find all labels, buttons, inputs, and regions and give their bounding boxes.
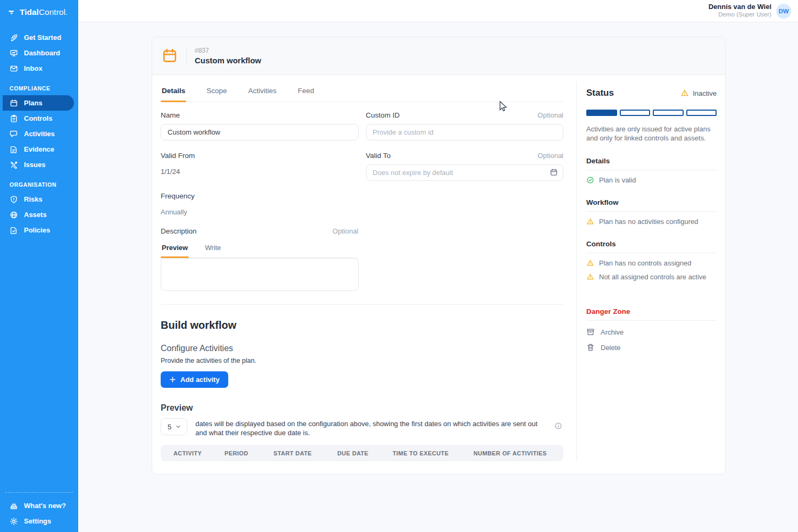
plan-id: #837 [195,47,261,54]
name-label: Name [161,111,180,119]
sidebar-item-policies[interactable]: Policies [0,222,78,238]
tab-scope[interactable]: Scope [205,81,228,102]
sidebar-nav-compliance: Plans Controls Activities [0,95,78,172]
sidebar-item-label: What's new? [24,502,66,510]
date-picker-calendar-icon[interactable] [550,168,558,177]
sidebar-section-organisation: ORGANISATION [0,172,78,192]
progress-segment [686,110,717,116]
warning-triangle-icon [586,218,594,226]
progress-segment [620,110,651,116]
sidebar-item-settings[interactable]: Settings [5,513,73,529]
sidebar-item-dashboard[interactable]: Dashboard [0,45,78,61]
cake-icon [10,502,18,510]
preview-description: dates will be displayed based on the con… [195,418,546,437]
status-panel: Status Inactive Activities are only issu… [576,81,717,461]
preview-section-title: Preview [161,403,563,413]
valid-from-value: 1/1/24 [161,164,359,176]
plan-card: #837 Custom workflow Details Scope Activ… [152,37,726,475]
description-label: Description [161,227,197,235]
plan-calendar-icon [161,47,178,64]
preview-table-header: ACTIVITY PERIOD START DATE DUE DATE TIME… [161,445,563,461]
valid-from-label: Valid From [161,152,195,160]
sidebar-item-evidence[interactable]: Evidence [0,142,78,157]
status-item-no-controls: Plan has no controls assigned [586,259,717,267]
sidebar-nav-organisation: Risks Assets Policies [0,192,78,238]
header-divider [186,46,187,65]
frequency-label: Frequency [161,192,195,200]
sidebar-item-controls[interactable]: Controls [0,111,78,126]
trash-icon [586,343,595,352]
tab-description-preview[interactable]: Preview [161,240,189,257]
document-icon [10,145,18,154]
topbar: Dennis van de Wiel Demo (Super User) DW [78,0,798,22]
status-item-plan-valid: Plan is valid [586,176,717,184]
sidebar-item-get-started[interactable]: Get Started [0,30,78,45]
plan-title: Custom workflow [195,56,261,65]
progress-segment-filled [586,110,617,116]
optional-label: Optional [538,152,563,160]
sidebar-item-label: Dashboard [24,49,60,57]
tab-description-write[interactable]: Write [204,240,222,257]
sidebar-item-label: Evidence [24,145,54,153]
progress-segment [653,110,684,116]
sidebar-item-risks[interactable]: Risks [0,192,78,207]
status-title: Status [586,88,614,98]
sidebar-item-inbox[interactable]: Inbox [0,61,78,76]
valid-to-label: Valid To [366,152,391,160]
column-header: PERIOD [225,450,273,456]
status-item-controls-inactive: Not all assigned controls are active [586,273,717,281]
dashboard-icon [10,49,18,57]
status-controls-title: Controls [586,240,717,253]
warning-triangle-icon [680,89,689,97]
valid-to-input[interactable] [366,164,564,181]
info-icon[interactable] [554,418,562,430]
brand-name: TidalControl. [20,7,68,17]
add-activity-button[interactable]: Add activity [161,371,228,388]
sidebar-item-whats-new[interactable]: What's new? [5,498,73,513]
preview-count-select[interactable]: 5 [161,418,187,435]
sidebar-item-plans[interactable]: Plans [3,95,74,111]
archive-button[interactable]: Archive [586,328,717,336]
rocket-icon [10,34,18,42]
name-input[interactable] [161,124,359,140]
tab-details[interactable]: Details [161,81,186,102]
archive-box-icon [586,328,595,336]
field-custom-id: Custom ID Optional [366,111,564,140]
description-preview-box[interactable] [161,258,359,291]
status-item-no-activities: Plan has no activities configured [586,218,717,226]
configure-activities-title: Configure Activities [161,344,563,353]
sidebar-item-label: Get Started [24,34,61,41]
form-divider [161,304,563,305]
custom-id-input[interactable] [366,124,564,140]
avatar[interactable]: DW [776,4,791,19]
danger-zone-title: Danger Zone [586,307,717,321]
plan-form: Details Scope Activities Feed Name Custo… [161,81,563,461]
sidebar-item-issues[interactable]: Issues [0,157,78,172]
field-description: Description Optional Preview Write [161,227,359,291]
sidebar-item-activities[interactable]: Activities [0,126,78,142]
sidebar-item-label: Controls [24,114,52,122]
chevron-down-icon [175,423,181,430]
tab-activities[interactable]: Activities [247,81,278,102]
user-name: Dennis van de Wiel [709,3,771,11]
sidebar-item-label: Issues [24,161,45,169]
field-frequency: Frequency Annually [161,192,359,216]
sidebar-item-label: Settings [24,517,51,525]
user-block: Dennis van de Wiel Demo (Super User) [709,3,771,18]
gear-icon [10,517,18,526]
field-valid-from: Valid From 1/1/24 [161,152,359,181]
policy-document-icon [10,226,18,235]
delete-button[interactable]: Delete [586,343,717,352]
tools-icon [10,161,18,169]
warning-triangle-icon [586,273,594,281]
tab-feed[interactable]: Feed [297,81,315,102]
column-header: ACTIVITY [173,450,225,456]
frequency-value: Annually [161,205,359,216]
column-header: TIME TO EXECUTE [393,450,473,456]
sidebar: TidalControl. Get Started Dashboard [0,0,78,532]
status-workflow-title: Workflow [586,198,717,212]
sidebar-item-label: Assets [24,211,47,219]
sidebar-item-label: Inbox [24,64,43,72]
sidebar-item-assets[interactable]: Assets [0,207,78,222]
brand-logo: TidalControl. [0,0,78,24]
